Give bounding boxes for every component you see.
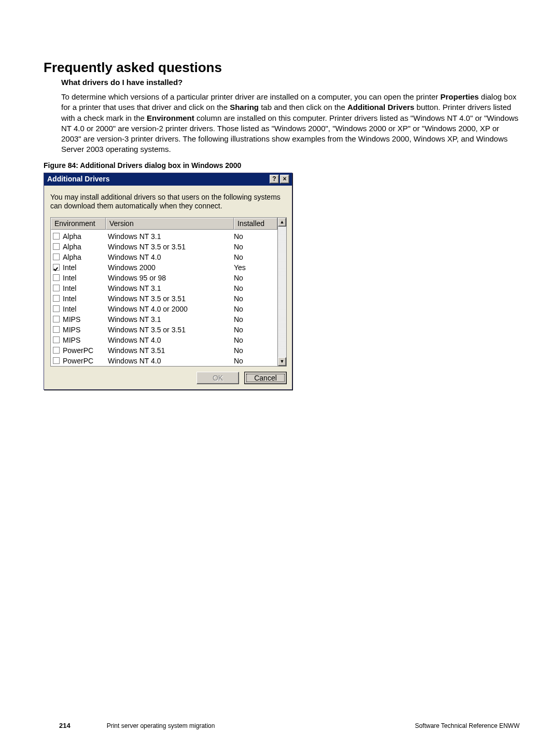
env-cell: Intel (63, 305, 76, 313)
version-cell: Windows NT 3.1 (108, 284, 234, 292)
checkbox-icon[interactable] (53, 295, 60, 302)
version-cell: Windows NT 3.51 (108, 346, 234, 355)
list-item[interactable]: IntelWindows NT 4.0 or 2000No (51, 304, 277, 314)
checkbox-icon[interactable] (53, 264, 60, 271)
page-heading: Frequently asked questions (44, 60, 520, 76)
version-cell: Windows 2000 (108, 263, 234, 272)
version-cell: Windows NT 3.5 or 3.51 (108, 243, 234, 251)
drivers-list[interactable]: Environment Version Installed AlphaWindo… (50, 217, 277, 367)
scroll-down-icon[interactable]: ▼ (278, 357, 286, 366)
version-cell: Windows NT 3.1 (108, 315, 234, 324)
env-cell: Intel (63, 263, 76, 272)
close-icon[interactable]: × (280, 175, 289, 184)
list-item[interactable]: PowerPCWindows NT 4.0No (51, 356, 277, 366)
list-item[interactable]: PowerPCWindows NT 3.51No (51, 345, 277, 356)
version-cell: Windows NT 3.1 (108, 232, 234, 241)
list-scrollbar[interactable]: ▲ ▼ (277, 217, 287, 367)
checkbox-icon[interactable] (53, 243, 60, 250)
list-item[interactable]: MIPSWindows NT 4.0No (51, 335, 277, 345)
checkbox-icon[interactable] (53, 233, 60, 240)
env-cell: Alpha (63, 253, 81, 261)
version-cell: Windows NT 4.0 or 2000 (108, 305, 234, 313)
figure-caption: Figure 84: Additional Drivers dialog box… (44, 161, 520, 170)
dialog-titlebar[interactable]: Additional Drivers ? × (44, 173, 292, 186)
list-item[interactable]: IntelWindows NT 3.1No (51, 283, 277, 293)
env-cell: MIPS (63, 315, 80, 324)
env-cell: Alpha (63, 232, 81, 241)
env-cell: PowerPC (63, 346, 93, 355)
checkbox-icon[interactable] (53, 316, 60, 322)
installed-cell: No (234, 243, 277, 251)
list-item[interactable]: IntelWindows 95 or 98No (51, 273, 277, 283)
checkbox-icon[interactable] (53, 305, 60, 312)
checkbox-icon[interactable] (53, 336, 60, 343)
list-header: Environment Version Installed (51, 218, 277, 230)
ok-button[interactable]: OK (197, 372, 239, 384)
version-cell: Windows NT 4.0 (108, 336, 234, 344)
installed-cell: No (234, 294, 277, 303)
installed-cell: No (234, 336, 277, 344)
env-cell: MIPS (63, 336, 80, 344)
cancel-button[interactable]: Cancel (244, 372, 287, 384)
dialog-description: You may install additional drivers so th… (50, 193, 287, 211)
env-cell: PowerPC (63, 357, 93, 365)
env-cell: MIPS (63, 326, 80, 334)
additional-drivers-dialog: Additional Drivers ? × You may install a… (44, 173, 292, 390)
column-installed[interactable]: Installed (234, 218, 277, 230)
scroll-track[interactable] (278, 227, 286, 357)
env-cell: Intel (63, 294, 76, 303)
list-item[interactable]: IntelWindows NT 3.5 or 3.51No (51, 293, 277, 304)
version-cell: Windows NT 4.0 (108, 253, 234, 261)
checkbox-icon[interactable] (53, 357, 60, 364)
help-icon[interactable]: ? (270, 175, 279, 184)
list-item[interactable]: MIPSWindows NT 3.1No (51, 314, 277, 325)
page-number: 214 (59, 722, 71, 729)
checkbox-icon[interactable] (53, 285, 60, 291)
footer-right: Software Technical Reference ENWW (415, 722, 520, 729)
installed-cell: No (234, 305, 277, 313)
footer-center: Print server operating system migration (107, 722, 415, 729)
faq-answer: To determine which versions of a particu… (61, 92, 520, 155)
scroll-up-icon[interactable]: ▲ (278, 218, 286, 227)
column-environment[interactable]: Environment (51, 218, 106, 230)
checkbox-icon[interactable] (53, 254, 60, 260)
installed-cell: Yes (234, 263, 277, 272)
installed-cell: No (234, 274, 277, 282)
installed-cell: No (234, 253, 277, 261)
list-item[interactable]: IntelWindows 2000Yes (51, 262, 277, 273)
installed-cell: No (234, 346, 277, 355)
page-footer: 214 Print server operating system migrat… (0, 722, 560, 729)
list-item[interactable]: AlphaWindows NT 3.1No (51, 231, 277, 242)
list-item[interactable]: AlphaWindows NT 3.5 or 3.51No (51, 242, 277, 252)
checkbox-icon[interactable] (53, 326, 60, 333)
env-cell: Intel (63, 284, 76, 292)
env-cell: Intel (63, 274, 76, 282)
list-item[interactable]: MIPSWindows NT 3.5 or 3.51No (51, 325, 277, 335)
dialog-title: Additional Drivers (47, 175, 269, 183)
version-cell: Windows NT 3.5 or 3.51 (108, 294, 234, 303)
version-cell: Windows 95 or 98 (108, 274, 234, 282)
faq-question: What drivers do I have installed? (61, 78, 520, 87)
version-cell: Windows NT 3.5 or 3.51 (108, 326, 234, 334)
version-cell: Windows NT 4.0 (108, 357, 234, 365)
installed-cell: No (234, 326, 277, 334)
column-version[interactable]: Version (106, 218, 234, 230)
checkbox-icon[interactable] (53, 274, 60, 281)
installed-cell: No (234, 284, 277, 292)
installed-cell: No (234, 357, 277, 365)
list-item[interactable]: AlphaWindows NT 4.0No (51, 252, 277, 262)
installed-cell: No (234, 232, 277, 241)
checkbox-icon[interactable] (53, 347, 60, 354)
env-cell: Alpha (63, 243, 81, 251)
installed-cell: No (234, 315, 277, 324)
